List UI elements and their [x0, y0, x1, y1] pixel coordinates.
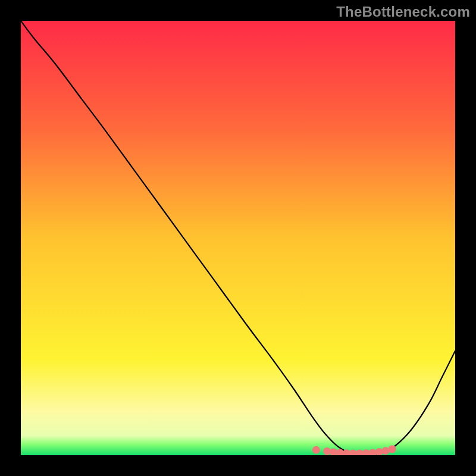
marker-dot	[382, 447, 390, 455]
marker-dot	[389, 445, 396, 453]
gradient-background	[21, 21, 455, 455]
plot-area	[21, 21, 455, 455]
marker-dot	[323, 447, 331, 455]
chart-svg	[21, 21, 455, 455]
watermark-text: TheBottleneck.com	[336, 4, 470, 20]
chart-root: TheBottleneck.com	[0, 0, 476, 476]
marker-dot	[312, 446, 320, 454]
